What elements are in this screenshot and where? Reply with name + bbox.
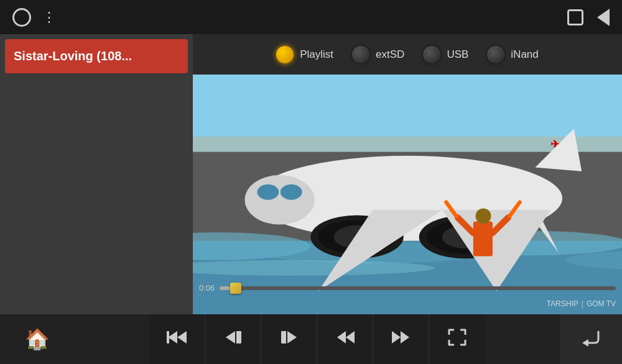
svg-marker-38: [287, 331, 297, 344]
rewind-icon: [335, 329, 356, 350]
tab-playlist[interactable]: Playlist: [276, 46, 333, 63]
expand-icon: [448, 329, 466, 350]
return-button[interactable]: [560, 314, 622, 364]
progress-track[interactable]: [220, 286, 616, 290]
status-bar: ⋮: [0, 0, 622, 34]
tab-extsd-label: extSD: [376, 48, 404, 61]
control-bar: 🏠: [0, 314, 622, 364]
watermark-brand2: GOM TV: [587, 299, 616, 308]
circle-icon: [12, 8, 31, 27]
current-time: 0:06: [199, 283, 215, 293]
step-fwd-icon: [279, 329, 300, 350]
step-back-icon: [223, 329, 244, 350]
back-icon[interactable]: [597, 9, 610, 26]
fastfwd-icon: [391, 329, 412, 350]
tab-extsd-led: [352, 46, 369, 63]
tab-extsd[interactable]: extSD: [352, 46, 404, 63]
return-icon: [580, 328, 602, 351]
svg-rect-39: [281, 331, 286, 344]
tab-playlist-led: [276, 46, 294, 63]
status-left: ⋮: [12, 8, 57, 27]
playback-controls: [75, 314, 560, 364]
svg-point-14: [257, 184, 279, 200]
main-area: Sistar-Loving (108... Playlist extSD USB…: [0, 34, 622, 314]
step-fwd-button[interactable]: [261, 314, 317, 364]
watermark-brand1: TARSHIP: [547, 299, 578, 308]
svg-marker-33: [168, 331, 177, 344]
svg-marker-36: [226, 331, 235, 344]
progress-bar-container[interactable]: 0:06: [193, 283, 622, 293]
tab-usb[interactable]: USB: [423, 46, 468, 63]
tab-inand-label: iNand: [511, 48, 538, 61]
home-button[interactable]: 🏠: [0, 314, 75, 364]
tab-usb-led: [423, 46, 440, 63]
video-area[interactable]: ✈ 0:06 TARSHIP | GOM TV: [193, 75, 622, 314]
svg-point-27: [476, 208, 491, 224]
skip-back-icon: [167, 329, 188, 350]
tab-usb-label: USB: [447, 48, 468, 61]
svg-text:✈: ✈: [550, 138, 560, 150]
svg-marker-34: [177, 331, 187, 344]
svg-point-13: [245, 175, 315, 225]
source-tabs: Playlist extSD USB iNand: [193, 34, 622, 75]
menu-dots-icon[interactable]: ⋮: [42, 14, 57, 20]
svg-rect-35: [167, 331, 169, 344]
sidebar: Sistar-Loving (108...: [0, 34, 193, 314]
svg-marker-41: [346, 331, 355, 344]
right-panel: Playlist extSD USB iNand: [193, 34, 622, 314]
tab-inand-led: [487, 46, 504, 63]
home-icon: 🏠: [25, 327, 50, 351]
svg-marker-44: [582, 339, 588, 347]
svg-point-15: [281, 184, 302, 200]
tab-inand[interactable]: iNand: [487, 46, 538, 63]
status-right: [567, 9, 610, 26]
expand-button[interactable]: [429, 314, 485, 364]
svg-rect-37: [236, 331, 241, 344]
watermark: TARSHIP | GOM TV: [547, 299, 616, 308]
svg-marker-43: [401, 331, 409, 344]
svg-rect-26: [473, 222, 493, 257]
tab-playlist-label: Playlist: [300, 48, 333, 61]
skip-back-button[interactable]: [149, 314, 205, 364]
watermark-divider: |: [582, 299, 583, 308]
svg-marker-42: [392, 331, 401, 344]
recents-icon[interactable]: [567, 9, 583, 25]
rewind-button[interactable]: [317, 314, 373, 364]
playlist-item[interactable]: Sistar-Loving (108...: [5, 39, 188, 73]
progress-thumb[interactable]: [230, 283, 241, 294]
video-thumbnail: ✈: [193, 75, 622, 314]
step-back-button[interactable]: [205, 314, 261, 364]
svg-marker-40: [337, 331, 346, 344]
fastfwd-button[interactable]: [373, 314, 429, 364]
